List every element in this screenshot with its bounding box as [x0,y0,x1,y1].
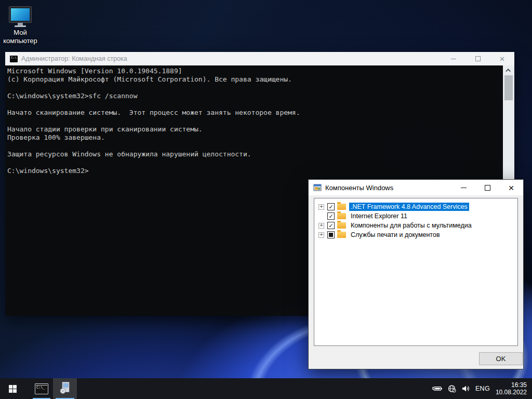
cmd-window-title: Администратор: Командная строка [21,55,127,62]
console-line [7,142,501,150]
dialog-close-button[interactable]: × [499,180,523,195]
minimize-icon [461,188,467,188]
windows-logo-icon [9,385,17,393]
system-tray: ENG 16:35 10.08.2022 [432,378,532,399]
console-line [7,100,501,109]
ok-button[interactable]: OK [479,352,523,365]
cmd-close-button[interactable]: × [490,52,514,65]
folder-icon [337,232,346,238]
component-checkbox[interactable]: ✓ [327,222,335,229]
cmd-icon: C:\ [10,56,18,62]
console-line [7,84,501,92]
console-line: C:\windows\system32> [7,167,501,175]
component-row: +✓Компоненты для работы с мультимедиа [314,221,517,230]
clock-date: 10.08.2022 [496,389,527,396]
volume-icon[interactable] [461,384,471,393]
cmd-taskbar-icon: C:\_ [35,383,48,394]
taskbar: C:\_ [0,378,532,399]
dialog-maximize-button[interactable] [475,180,499,195]
monitor-icon [9,6,32,23]
component-row: +Службы печати и документов [314,230,517,240]
console-line: Начало стадии проверки при сканировании … [7,125,501,134]
expand-toggle-icon[interactable]: + [318,232,324,238]
console-line [7,158,501,167]
dialog-minimize-button[interactable] [451,180,475,195]
monitor-base [15,25,26,27]
console-line: (c) Корпорация Майкрософт (Microsoft Cor… [7,75,501,84]
battery-icon[interactable] [432,384,443,393]
taskbar-cmd-button[interactable]: C:\_ [30,378,53,399]
taskbar-components-button[interactable] [53,378,77,399]
folder-icon [337,222,346,229]
minimize-icon [451,59,456,59]
console-line: Начато сканирование системы. Этот процес… [7,109,501,117]
folder-icon [337,213,346,219]
windows-components-dialog: Компоненты Windows × +✓.NET Framework 4.… [308,179,524,369]
installer-box-icon [58,381,72,396]
component-row: +✓Internet Explorer 11 [314,211,517,221]
scrollbar-thumb[interactable] [504,75,513,100]
component-label[interactable]: Internet Explorer 11 [349,212,409,220]
component-checkbox[interactable]: ✓ [327,203,335,210]
close-icon: × [508,183,514,193]
language-indicator[interactable]: ENG [475,385,490,392]
dialog-titlebar[interactable]: Компоненты Windows × [309,180,523,195]
console-line [7,117,501,125]
cmd-maximize-button[interactable] [466,52,490,65]
windows-features-icon [313,183,322,192]
folder-icon [337,204,346,210]
component-checkbox[interactable] [327,231,335,238]
start-button[interactable] [0,378,25,399]
scroll-up-icon[interactable] [503,66,514,74]
console-line: Защита ресурсов Windows не обнаружила на… [7,150,501,158]
dialog-title: Компоненты Windows [325,184,393,192]
component-row: +✓.NET Framework 4.8 Advanced Services [314,202,517,211]
close-icon: × [500,55,505,63]
expand-toggle-icon[interactable]: + [318,204,324,210]
my-computer-label: Мой компьютер [1,29,39,45]
console-line: C:\windows\system32>sfc /scannow [7,92,501,100]
network-globe-icon[interactable] [447,384,457,393]
my-computer-desktop-icon[interactable]: Мой компьютер [1,6,39,45]
console-line: Проверка 100% завершена. [7,134,501,142]
components-tree: +✓.NET Framework 4.8 Advanced Services+✓… [314,198,517,240]
console-output: Microsoft Windows [Version 10.0.19045.18… [7,67,501,175]
component-label[interactable]: Службы печати и документов [349,231,442,239]
component-checkbox[interactable]: ✓ [327,212,335,220]
desktop: Мой компьютер C:\ Администратор: Командн… [0,0,532,399]
console-line: Microsoft Windows [Version 10.0.19045.18… [7,67,501,75]
components-listbox[interactable]: +✓.NET Framework 4.8 Advanced Services+✓… [314,198,518,346]
maximize-icon [485,185,490,191]
cmd-minimize-button[interactable] [441,52,466,65]
component-label[interactable]: Компоненты для работы с мультимедиа [349,221,473,230]
cmd-titlebar[interactable]: C:\ Администратор: Командная строка × [5,52,514,65]
component-label[interactable]: .NET Framework 4.8 Advanced Services [349,203,469,211]
clock-time: 16:35 [496,381,527,389]
taskbar-clock[interactable]: 16:35 10.08.2022 [495,381,527,396]
maximize-icon [475,56,481,61]
expand-toggle-icon[interactable]: + [318,223,324,229]
